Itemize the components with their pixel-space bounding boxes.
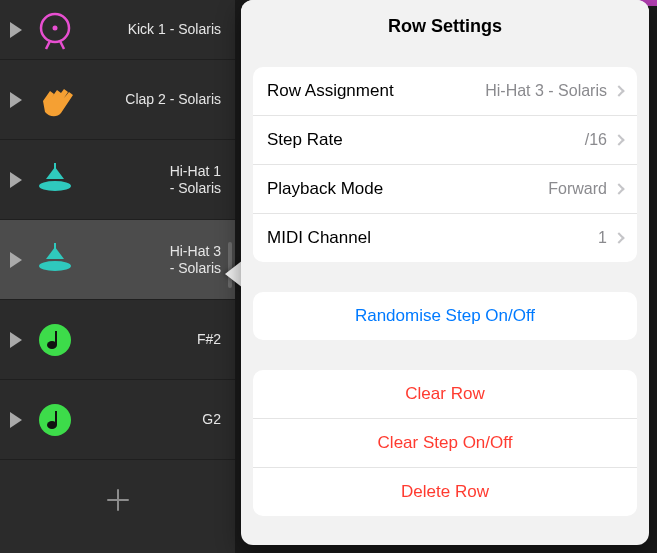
track-label: Clap 2 - Solaris [82,91,225,108]
svg-line-2 [60,41,64,49]
track-label: Hi-Hat 1 - Solaris [82,163,225,197]
hihat-icon [34,239,76,281]
chevron-right-icon [613,232,624,243]
button-label: Clear Row [267,384,623,404]
track-label: Kick 1 - Solaris [82,21,225,38]
track-label: F#2 [82,331,225,348]
row-assignment[interactable]: Row Assignment Hi-Hat 3 - Solaris [253,67,637,116]
randomise-group: Randomise Step On/Off [253,292,637,340]
track-row[interactable]: Hi-Hat 1 - Solaris [0,140,235,220]
track-row[interactable]: Clap 2 - Solaris [0,60,235,140]
setting-label: MIDI Channel [267,228,598,248]
svg-line-1 [46,41,50,49]
svg-point-3 [53,25,58,30]
popover-title: Row Settings [241,0,649,55]
hihat-icon [34,159,76,201]
setting-value: Forward [548,180,607,198]
play-icon[interactable] [10,22,22,38]
play-icon[interactable] [10,412,22,428]
setting-value: /16 [585,131,607,149]
danger-group: Clear Row Clear Step On/Off Delete Row [253,370,637,516]
svg-rect-13 [55,411,57,425]
track-label: G2 [82,411,225,428]
setting-label: Playback Mode [267,179,548,199]
svg-point-6 [39,261,71,271]
kick-icon [34,9,76,51]
button-label: Clear Step On/Off [267,433,623,453]
track-row[interactable]: F#2 [0,300,235,380]
settings-group: Row Assignment Hi-Hat 3 - Solaris Step R… [253,67,637,262]
track-row[interactable]: Kick 1 - Solaris [0,0,235,60]
track-label: Hi-Hat 3 - Solaris [82,243,225,277]
track-list: Kick 1 - Solaris Clap 2 - Solaris Hi-Hat… [0,0,235,553]
svg-point-4 [39,181,71,191]
button-label: Randomise Step On/Off [267,306,623,326]
button-label: Delete Row [267,482,623,502]
svg-rect-5 [54,163,56,169]
clear-step-button[interactable]: Clear Step On/Off [253,419,637,468]
clap-icon [34,79,76,121]
svg-rect-7 [54,243,56,249]
svg-rect-10 [55,331,57,345]
setting-value: Hi-Hat 3 - Solaris [485,82,607,100]
note-icon [34,399,76,441]
play-icon[interactable] [10,172,22,188]
delete-row-button[interactable]: Delete Row [253,468,637,516]
setting-label: Row Assignment [267,81,485,101]
play-icon[interactable] [10,252,22,268]
setting-value: 1 [598,229,607,247]
step-rate[interactable]: Step Rate /16 [253,116,637,165]
chevron-right-icon [613,85,624,96]
randomise-button[interactable]: Randomise Step On/Off [253,292,637,340]
track-row-selected[interactable]: Hi-Hat 3 - Solaris [0,220,235,300]
playback-mode[interactable]: Playback Mode Forward [253,165,637,214]
add-row-button[interactable] [0,460,235,540]
play-icon[interactable] [10,332,22,348]
play-icon[interactable] [10,92,22,108]
clear-row-button[interactable]: Clear Row [253,370,637,419]
midi-channel[interactable]: MIDI Channel 1 [253,214,637,262]
chevron-right-icon [613,134,624,145]
setting-label: Step Rate [267,130,585,150]
row-settings-popover: Row Settings Row Assignment Hi-Hat 3 - S… [241,0,649,545]
chevron-right-icon [613,183,624,194]
track-row[interactable]: G2 [0,380,235,460]
note-icon [34,319,76,361]
